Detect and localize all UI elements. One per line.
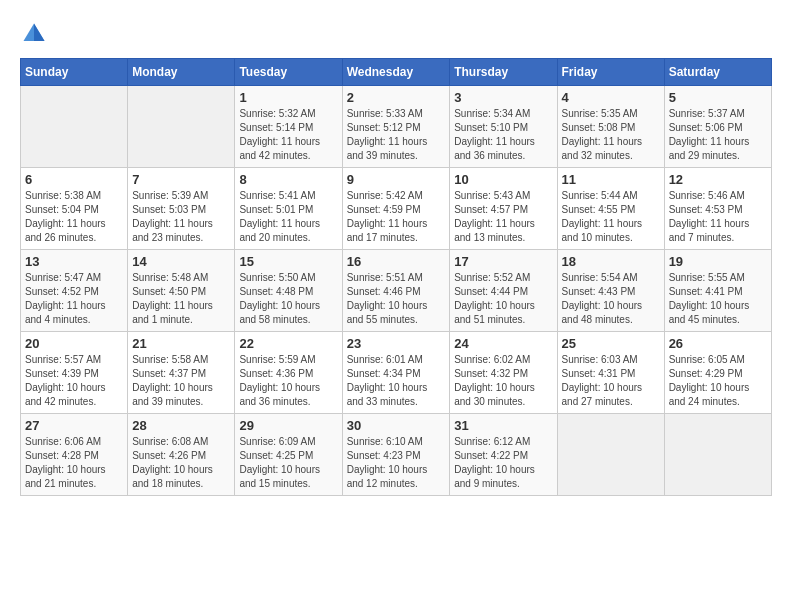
calendar-cell: 20Sunrise: 5:57 AMSunset: 4:39 PMDayligh… (21, 332, 128, 414)
day-number: 4 (562, 90, 660, 105)
day-number: 19 (669, 254, 767, 269)
day-number: 9 (347, 172, 446, 187)
day-number: 8 (239, 172, 337, 187)
calendar-cell: 31Sunrise: 6:12 AMSunset: 4:22 PMDayligh… (450, 414, 557, 496)
day-number: 3 (454, 90, 552, 105)
calendar-cell (128, 86, 235, 168)
day-info: Sunrise: 5:38 AMSunset: 5:04 PMDaylight:… (25, 190, 106, 243)
calendar-cell: 1Sunrise: 5:32 AMSunset: 5:14 PMDaylight… (235, 86, 342, 168)
day-number: 22 (239, 336, 337, 351)
calendar-cell: 6Sunrise: 5:38 AMSunset: 5:04 PMDaylight… (21, 168, 128, 250)
day-number: 14 (132, 254, 230, 269)
day-info: Sunrise: 5:47 AMSunset: 4:52 PMDaylight:… (25, 272, 106, 325)
calendar-cell: 25Sunrise: 6:03 AMSunset: 4:31 PMDayligh… (557, 332, 664, 414)
day-number: 10 (454, 172, 552, 187)
calendar-cell: 21Sunrise: 5:58 AMSunset: 4:37 PMDayligh… (128, 332, 235, 414)
calendar-cell: 2Sunrise: 5:33 AMSunset: 5:12 PMDaylight… (342, 86, 450, 168)
day-info: Sunrise: 6:12 AMSunset: 4:22 PMDaylight:… (454, 436, 535, 489)
calendar-header-row: SundayMondayTuesdayWednesdayThursdayFrid… (21, 59, 772, 86)
calendar-cell: 11Sunrise: 5:44 AMSunset: 4:55 PMDayligh… (557, 168, 664, 250)
day-number: 31 (454, 418, 552, 433)
day-number: 12 (669, 172, 767, 187)
calendar-cell: 27Sunrise: 6:06 AMSunset: 4:28 PMDayligh… (21, 414, 128, 496)
calendar-cell: 14Sunrise: 5:48 AMSunset: 4:50 PMDayligh… (128, 250, 235, 332)
column-header-friday: Friday (557, 59, 664, 86)
day-info: Sunrise: 5:51 AMSunset: 4:46 PMDaylight:… (347, 272, 428, 325)
day-number: 2 (347, 90, 446, 105)
day-number: 1 (239, 90, 337, 105)
column-header-sunday: Sunday (21, 59, 128, 86)
day-info: Sunrise: 5:58 AMSunset: 4:37 PMDaylight:… (132, 354, 213, 407)
calendar-cell: 17Sunrise: 5:52 AMSunset: 4:44 PMDayligh… (450, 250, 557, 332)
calendar-cell: 26Sunrise: 6:05 AMSunset: 4:29 PMDayligh… (664, 332, 771, 414)
day-number: 29 (239, 418, 337, 433)
day-number: 18 (562, 254, 660, 269)
calendar-cell: 15Sunrise: 5:50 AMSunset: 4:48 PMDayligh… (235, 250, 342, 332)
day-number: 26 (669, 336, 767, 351)
calendar-cell: 8Sunrise: 5:41 AMSunset: 5:01 PMDaylight… (235, 168, 342, 250)
column-header-thursday: Thursday (450, 59, 557, 86)
day-number: 21 (132, 336, 230, 351)
calendar-cell: 30Sunrise: 6:10 AMSunset: 4:23 PMDayligh… (342, 414, 450, 496)
calendar-week-row: 6Sunrise: 5:38 AMSunset: 5:04 PMDaylight… (21, 168, 772, 250)
column-header-tuesday: Tuesday (235, 59, 342, 86)
calendar-cell: 7Sunrise: 5:39 AMSunset: 5:03 PMDaylight… (128, 168, 235, 250)
day-number: 24 (454, 336, 552, 351)
calendar-cell: 29Sunrise: 6:09 AMSunset: 4:25 PMDayligh… (235, 414, 342, 496)
day-info: Sunrise: 5:41 AMSunset: 5:01 PMDaylight:… (239, 190, 320, 243)
calendar-cell: 9Sunrise: 5:42 AMSunset: 4:59 PMDaylight… (342, 168, 450, 250)
day-info: Sunrise: 6:02 AMSunset: 4:32 PMDaylight:… (454, 354, 535, 407)
day-number: 16 (347, 254, 446, 269)
day-number: 6 (25, 172, 123, 187)
day-info: Sunrise: 6:05 AMSunset: 4:29 PMDaylight:… (669, 354, 750, 407)
day-number: 20 (25, 336, 123, 351)
day-number: 13 (25, 254, 123, 269)
calendar-cell (557, 414, 664, 496)
calendar-cell: 16Sunrise: 5:51 AMSunset: 4:46 PMDayligh… (342, 250, 450, 332)
day-info: Sunrise: 5:35 AMSunset: 5:08 PMDaylight:… (562, 108, 643, 161)
day-info: Sunrise: 5:50 AMSunset: 4:48 PMDaylight:… (239, 272, 320, 325)
day-info: Sunrise: 5:33 AMSunset: 5:12 PMDaylight:… (347, 108, 428, 161)
calendar-cell: 13Sunrise: 5:47 AMSunset: 4:52 PMDayligh… (21, 250, 128, 332)
day-info: Sunrise: 5:39 AMSunset: 5:03 PMDaylight:… (132, 190, 213, 243)
day-info: Sunrise: 5:46 AMSunset: 4:53 PMDaylight:… (669, 190, 750, 243)
page-header (20, 20, 772, 48)
column-header-saturday: Saturday (664, 59, 771, 86)
calendar-cell: 4Sunrise: 5:35 AMSunset: 5:08 PMDaylight… (557, 86, 664, 168)
calendar-table: SundayMondayTuesdayWednesdayThursdayFrid… (20, 58, 772, 496)
day-number: 11 (562, 172, 660, 187)
calendar-cell (21, 86, 128, 168)
calendar-cell: 28Sunrise: 6:08 AMSunset: 4:26 PMDayligh… (128, 414, 235, 496)
calendar-cell: 10Sunrise: 5:43 AMSunset: 4:57 PMDayligh… (450, 168, 557, 250)
calendar-week-row: 27Sunrise: 6:06 AMSunset: 4:28 PMDayligh… (21, 414, 772, 496)
day-info: Sunrise: 5:37 AMSunset: 5:06 PMDaylight:… (669, 108, 750, 161)
calendar-cell: 23Sunrise: 6:01 AMSunset: 4:34 PMDayligh… (342, 332, 450, 414)
day-info: Sunrise: 5:52 AMSunset: 4:44 PMDaylight:… (454, 272, 535, 325)
day-info: Sunrise: 6:09 AMSunset: 4:25 PMDaylight:… (239, 436, 320, 489)
day-info: Sunrise: 6:01 AMSunset: 4:34 PMDaylight:… (347, 354, 428, 407)
calendar-cell (664, 414, 771, 496)
calendar-cell: 19Sunrise: 5:55 AMSunset: 4:41 PMDayligh… (664, 250, 771, 332)
column-header-monday: Monday (128, 59, 235, 86)
day-info: Sunrise: 5:59 AMSunset: 4:36 PMDaylight:… (239, 354, 320, 407)
day-number: 7 (132, 172, 230, 187)
day-number: 30 (347, 418, 446, 433)
calendar-cell: 12Sunrise: 5:46 AMSunset: 4:53 PMDayligh… (664, 168, 771, 250)
day-info: Sunrise: 6:08 AMSunset: 4:26 PMDaylight:… (132, 436, 213, 489)
calendar-cell: 5Sunrise: 5:37 AMSunset: 5:06 PMDaylight… (664, 86, 771, 168)
day-info: Sunrise: 5:42 AMSunset: 4:59 PMDaylight:… (347, 190, 428, 243)
day-info: Sunrise: 6:03 AMSunset: 4:31 PMDaylight:… (562, 354, 643, 407)
calendar-cell: 22Sunrise: 5:59 AMSunset: 4:36 PMDayligh… (235, 332, 342, 414)
day-number: 23 (347, 336, 446, 351)
day-number: 27 (25, 418, 123, 433)
day-info: Sunrise: 6:06 AMSunset: 4:28 PMDaylight:… (25, 436, 106, 489)
day-info: Sunrise: 5:43 AMSunset: 4:57 PMDaylight:… (454, 190, 535, 243)
day-info: Sunrise: 6:10 AMSunset: 4:23 PMDaylight:… (347, 436, 428, 489)
calendar-week-row: 13Sunrise: 5:47 AMSunset: 4:52 PMDayligh… (21, 250, 772, 332)
day-info: Sunrise: 5:54 AMSunset: 4:43 PMDaylight:… (562, 272, 643, 325)
day-info: Sunrise: 5:34 AMSunset: 5:10 PMDaylight:… (454, 108, 535, 161)
day-info: Sunrise: 5:48 AMSunset: 4:50 PMDaylight:… (132, 272, 213, 325)
calendar-week-row: 1Sunrise: 5:32 AMSunset: 5:14 PMDaylight… (21, 86, 772, 168)
column-header-wednesday: Wednesday (342, 59, 450, 86)
calendar-cell: 24Sunrise: 6:02 AMSunset: 4:32 PMDayligh… (450, 332, 557, 414)
